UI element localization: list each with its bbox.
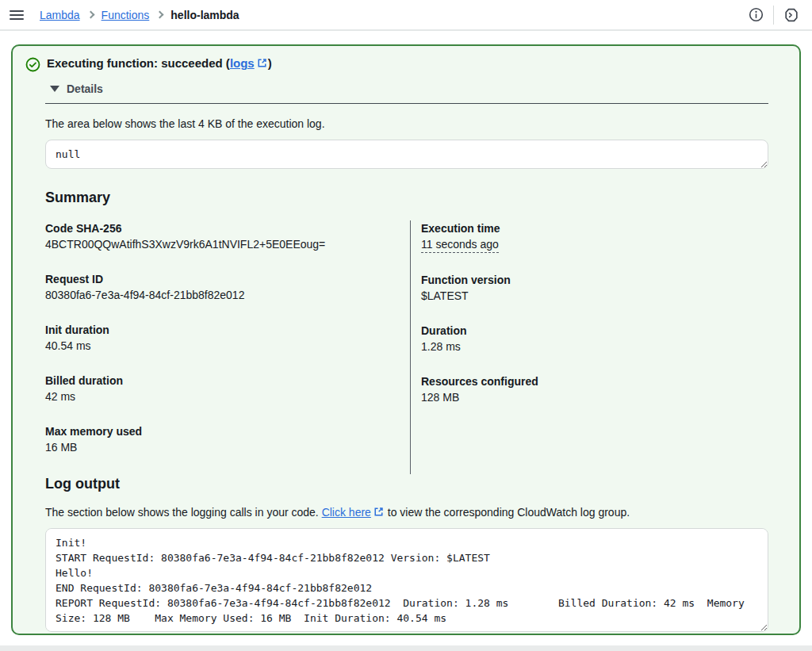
- execution-status-title: Executing function: succeeded (logs): [47, 56, 272, 70]
- log-output-heading: Log output: [45, 476, 768, 492]
- field-label: Billed duration: [45, 373, 410, 389]
- external-link-icon: [257, 58, 267, 68]
- field-request-id: Request ID 80380fa6-7e3a-4f94-84cf-21bb8…: [45, 271, 410, 303]
- cloudshell-icon[interactable]: [783, 7, 799, 23]
- console-top-bar: Lambda Functions hello-lambda: [0, 0, 812, 31]
- log-note-text: The section below shows the logging call…: [45, 506, 322, 519]
- field-max-memory-used: Max memory used 16 MB: [45, 423, 410, 455]
- info-icon[interactable]: [749, 7, 764, 22]
- execution-success-panel: Executing function: succeeded (logs) Det…: [11, 44, 801, 635]
- execution-time-tooltip[interactable]: 11 seconds ago: [421, 236, 499, 253]
- status-title-text: Executing function: succeeded (: [47, 56, 230, 70]
- chevron-right-icon: [86, 11, 94, 19]
- status-title-text: ): [268, 56, 272, 70]
- field-value: 40.54 ms: [45, 338, 410, 354]
- log-output-note: The section below shows the logging call…: [45, 506, 768, 519]
- field-label: Init duration: [45, 322, 410, 338]
- log-output-textarea[interactable]: Init! START RequestId: 80380fa6-7e3a-4f9…: [45, 528, 768, 632]
- field-execution-time: Execution time 11 seconds ago: [421, 220, 768, 253]
- field-resources-configured: Resources configured 128 MB: [421, 373, 768, 405]
- field-function-version: Function version $LATEST: [421, 272, 768, 304]
- field-value: 4BCTR00QQwAtifhS3XwzV9rk6A1tNVIFL2+5E0EE…: [45, 236, 410, 252]
- execution-result-textarea[interactable]: null: [45, 140, 768, 169]
- field-label: Duration: [421, 323, 768, 339]
- field-label: Function version: [421, 272, 768, 288]
- external-link-icon: [373, 507, 384, 517]
- cloudwatch-link[interactable]: Click here: [322, 506, 371, 519]
- field-label: Code SHA-256: [45, 220, 410, 236]
- field-label: Request ID: [45, 271, 410, 287]
- field-value: $LATEST: [421, 288, 768, 304]
- field-value: 16 MB: [45, 439, 410, 455]
- field-label: Execution time: [421, 220, 768, 236]
- hamburger-menu-icon[interactable]: [10, 6, 25, 24]
- field-init-duration: Init duration 40.54 ms: [45, 322, 410, 354]
- breadcrumb: Lambda Functions hello-lambda: [40, 9, 239, 21]
- field-label: Max memory used: [45, 423, 410, 439]
- breadcrumb-lambda-link[interactable]: Lambda: [40, 9, 80, 21]
- field-value: 1.28 ms: [421, 339, 768, 354]
- field-code-sha256: Code SHA-256 4BCTR00QQwAtifhS3XwzV9rk6A1…: [45, 220, 410, 252]
- log-note-text: to view the corresponding CloudWatch log…: [385, 506, 630, 519]
- page-bottom-strip: [0, 645, 812, 651]
- success-check-icon: [25, 57, 40, 75]
- divider: [45, 103, 768, 104]
- logs-link[interactable]: logs: [230, 56, 255, 70]
- field-value: 42 ms: [45, 389, 410, 404]
- summary-columns: Code SHA-256 4BCTR00QQwAtifhS3XwzV9rk6A1…: [45, 220, 768, 474]
- divider: [773, 6, 774, 25]
- field-duration: Duration 1.28 ms: [421, 323, 768, 354]
- field-label: Resources configured: [421, 373, 768, 389]
- field-value: 128 MB: [421, 389, 768, 405]
- field-billed-duration: Billed duration 42 ms: [45, 373, 410, 404]
- chevron-right-icon: [156, 11, 164, 19]
- log-area-note: The area below shows the last 4 KB of th…: [45, 117, 768, 130]
- triangle-down-icon: [50, 86, 59, 92]
- details-expander[interactable]: Details: [50, 82, 768, 95]
- summary-heading: Summary: [45, 190, 768, 206]
- breadcrumb-functions-link[interactable]: Functions: [102, 9, 150, 21]
- field-value: 80380fa6-7e3a-4f94-84cf-21bb8f82e012: [45, 287, 410, 303]
- details-label: Details: [67, 82, 103, 95]
- breadcrumb-current-function: hello-lambda: [170, 9, 239, 21]
